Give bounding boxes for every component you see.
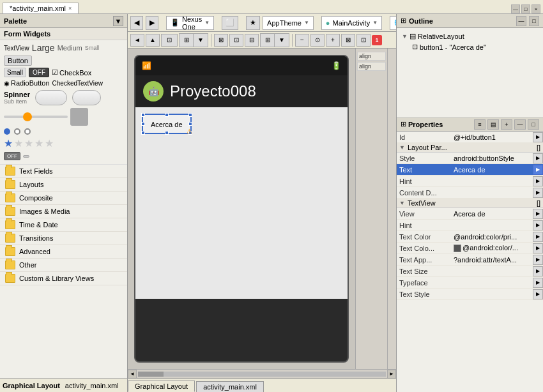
small-btn-widget[interactable]: Small [4, 68, 26, 77]
prop-menu-text-color[interactable]: ▶ [533, 232, 543, 242]
outline-menu-btn[interactable]: — [516, 16, 526, 26]
minimize-btn[interactable]: — [511, 4, 520, 13]
small-label[interactable]: Small [85, 45, 100, 51]
prop-value-style[interactable]: android:buttonStyle [451, 154, 533, 163]
prop-value-text-size[interactable] [451, 271, 533, 272]
prop-value-content-d[interactable] [451, 192, 533, 193]
center-h-btn[interactable]: ⊞ [261, 34, 275, 47]
prop-menu-id[interactable]: ▶ [533, 132, 543, 142]
category-advanced[interactable]: Advanced [0, 245, 127, 259]
align-top-btn[interactable]: ▲ [146, 34, 160, 47]
star-3[interactable]: ★ [24, 137, 33, 149]
tree-item-button1[interactable]: ⊡ button1 - "Acerca de" [399, 41, 540, 52]
tree-item-relative-layout[interactable]: ▼ ▤ RelativeLayout [399, 31, 540, 41]
align-left-btn[interactable]: ◄ [130, 34, 144, 47]
off-toggle-widget[interactable]: OFF [29, 68, 49, 77]
prop-value-hint[interactable] [451, 181, 533, 182]
prop-value-text-style[interactable] [451, 294, 533, 295]
radio-btn-widget[interactable]: ◉ RadioButton [4, 79, 50, 87]
prop-value-text[interactable]: Acerca de [451, 165, 533, 174]
checked-textview-widget[interactable]: CheckedTextView [52, 80, 103, 87]
prop-value-view[interactable]: Acerca de [451, 209, 533, 218]
prop-menu-text-color2[interactable]: ▶ [533, 243, 543, 253]
forward-nav-btn[interactable]: ▶ [146, 16, 158, 30]
category-other[interactable]: Other [0, 259, 127, 272]
tab-xml-layout[interactable]: activity_main.xml [196, 381, 264, 392]
prop-value-typeface[interactable] [451, 282, 533, 283]
zoom-actual-btn[interactable]: ⊠ [341, 34, 355, 47]
scroll-left-btn[interactable]: ◄ [128, 370, 137, 379]
align-label-2[interactable]: align [357, 62, 386, 71]
graphical-layout-tab[interactable]: Graphical Layout [3, 382, 60, 389]
category-custom-library[interactable]: Custom & Library Views [0, 272, 127, 285]
zoom-fit-btn[interactable]: ⊙ [310, 34, 325, 47]
close-btn[interactable]: × [532, 4, 540, 13]
align-h-btn[interactable]: ⊠ [214, 34, 228, 47]
lang-dropdown[interactable]: 🌐 ▼ [390, 16, 396, 30]
prop-menu-text-size[interactable]: ▶ [533, 266, 543, 276]
category-transitions[interactable]: Transitions [0, 232, 127, 245]
layout-btn-1[interactable]: ⊡ [161, 34, 178, 47]
category-images-media[interactable]: Images & Media [0, 205, 127, 218]
theme-dropdown[interactable]: AppTheme ▼ [263, 16, 314, 30]
zoom-in-btn[interactable]: + [326, 34, 340, 47]
prop-menu-text-style[interactable]: ▶ [533, 289, 543, 299]
prop-value-id[interactable]: @+id/button1 [451, 133, 533, 142]
props-sort-btn[interactable]: ≡ [474, 119, 486, 130]
button-widget[interactable]: Button [4, 56, 32, 66]
prop-menu-text[interactable]: ▶ [533, 165, 543, 175]
star-4[interactable]: ★ [34, 137, 43, 149]
palette-menu-btn[interactable]: ▼ [113, 16, 123, 26]
prop-value-text-app[interactable]: ?android:attr/textA... [451, 255, 533, 264]
props-max-btn[interactable]: □ [528, 119, 539, 130]
prop-menu-hint[interactable]: ▶ [533, 176, 543, 186]
props-add-btn[interactable]: + [501, 119, 512, 130]
tab-graphical-layout[interactable]: Graphical Layout [128, 381, 195, 392]
scroll-right-btn[interactable]: ► [387, 370, 396, 379]
prop-menu-typeface[interactable]: ▶ [533, 278, 543, 288]
toggle-on-widget[interactable] [23, 155, 29, 158]
star-2[interactable]: ★ [14, 137, 23, 149]
prop-menu-view[interactable]: ▶ [533, 209, 543, 219]
prop-value-text-color[interactable]: @android:color/pri... [451, 232, 533, 241]
zoom-custom-btn[interactable]: ⊡ [356, 34, 371, 47]
maximize-btn[interactable]: □ [521, 4, 530, 13]
category-time-date[interactable]: Time & Date [0, 218, 127, 232]
button-selected[interactable]: Acerca de ⚠ [142, 114, 192, 134]
oval-btn-1[interactable] [35, 90, 67, 105]
oval-btn-2[interactable] [72, 90, 101, 105]
prop-value-hint2[interactable] [451, 225, 533, 226]
activity-dropdown[interactable]: ● MainActivity ▼ [321, 16, 382, 30]
star-1[interactable]: ★ [4, 137, 13, 149]
radio-empty-2[interactable] [24, 128, 31, 135]
zoom-out-btn[interactable]: − [295, 34, 309, 47]
back-nav-btn[interactable]: ◀ [130, 16, 143, 30]
prop-value-text-color2[interactable]: @android:color/... [451, 243, 533, 253]
category-layouts[interactable]: Layouts [0, 178, 127, 192]
prop-menu-style[interactable]: ▶ [533, 153, 543, 163]
section-toggle-textview[interactable]: ▼ [399, 200, 405, 206]
medium-label[interactable]: Medium [57, 44, 82, 52]
canvas-scroll[interactable]: 📶 🔋 🤖 Proyecto008 Acerca de [128, 49, 355, 369]
star-5[interactable]: ★ [45, 137, 54, 149]
xml-tab[interactable]: activity_main.xml [65, 382, 119, 389]
slider-track[interactable] [4, 116, 68, 118]
checkbox-widget[interactable]: ☑ CheckBox [52, 68, 91, 77]
category-composite[interactable]: Composite [0, 192, 127, 205]
canvas-scrollbar[interactable] [387, 49, 396, 369]
distribute-btn[interactable]: ⊟ [245, 34, 259, 47]
center-v-btn[interactable]: ▼ [275, 34, 289, 47]
category-text-fields[interactable]: Text Fields [0, 165, 127, 178]
outline-max-btn[interactable]: □ [529, 16, 539, 26]
device-dropdown[interactable]: 📱 Nexus One ▼ [166, 16, 214, 30]
radio-filled[interactable] [4, 128, 10, 135]
prop-menu-content-d[interactable]: ▶ [533, 188, 543, 198]
props-menu-btn[interactable]: — [514, 119, 526, 130]
portrait-btn[interactable]: ⬜ [222, 16, 238, 30]
tab-activity-main[interactable]: *activity_main.xml × [3, 3, 79, 13]
grid-btn-2[interactable]: ▼ [194, 34, 208, 47]
scroll-track[interactable] [138, 372, 386, 377]
grid-btn[interactable]: ⊞ [180, 34, 194, 47]
props-filter-btn[interactable]: ▤ [487, 119, 499, 130]
radio-empty-1[interactable] [14, 128, 20, 135]
